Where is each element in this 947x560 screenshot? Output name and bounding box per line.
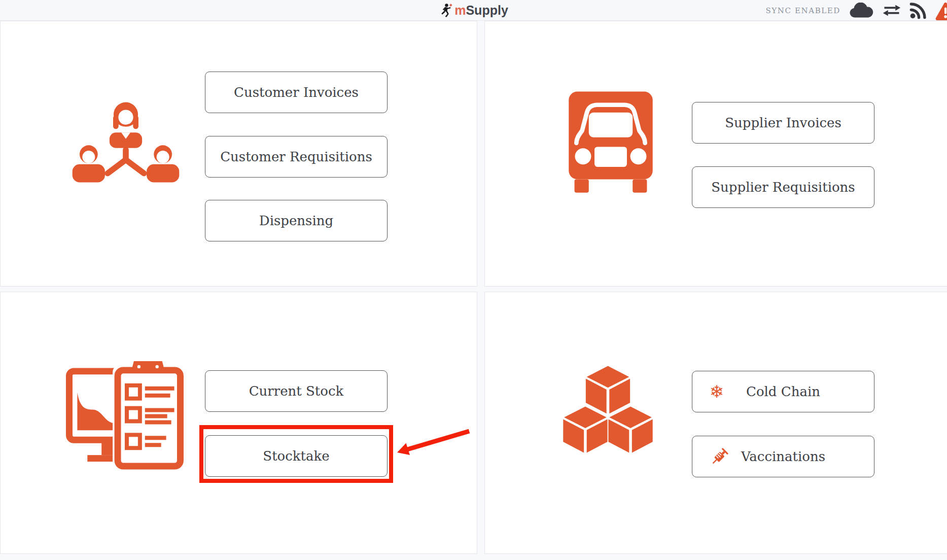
sync-status-label: SYNC ENABLED (765, 6, 840, 15)
button-label: Current Stock (249, 383, 344, 399)
msupply-home-screen: mSupply SYNC ENABLED (0, 0, 947, 560)
button-label: Cold Chain (746, 384, 820, 399)
annotation-arrow (392, 427, 473, 457)
button-label: Customer Invoices (234, 85, 359, 100)
syringe-icon (710, 446, 730, 467)
current-stock-button[interactable]: Current Stock (205, 370, 388, 412)
panel-cold-chain: ❄ Cold Chain Vaccinations (484, 292, 947, 554)
top-bar: mSupply SYNC ENABLED (0, 0, 947, 21)
cold-chain-button[interactable]: ❄ Cold Chain (692, 371, 874, 412)
button-label: Dispensing (259, 213, 333, 228)
supplier-invoices-button[interactable]: Supplier Invoices (692, 102, 874, 144)
button-label: Stocktake (263, 448, 329, 464)
stacked-cubes-icon (558, 362, 657, 456)
button-label: Supplier Requisitions (711, 180, 855, 195)
dispensing-button[interactable]: Dispensing (205, 200, 388, 241)
delivery-truck-icon (563, 87, 658, 198)
brand-supply: Supply (466, 3, 508, 17)
button-label: Vaccinations (741, 449, 825, 464)
monitor-clipboard-icon (62, 359, 185, 473)
button-label: Supplier Invoices (725, 115, 841, 130)
wifi-rss-icon[interactable] (909, 2, 927, 19)
stocktake-button[interactable]: Stocktake (205, 435, 388, 477)
panel-stock: Current Stock Stocktake (0, 292, 477, 554)
panel-customers: Customer Invoices Customer Requisitions … (0, 21, 477, 287)
msupply-logo: mSupply (439, 0, 508, 21)
customer-invoices-button[interactable]: Customer Invoices (205, 72, 388, 113)
status-area: SYNC ENABLED (765, 0, 947, 21)
running-chemist-icon (439, 3, 452, 18)
panel-suppliers: Supplier Invoices Supplier Requisitions (484, 21, 947, 287)
button-label: Customer Requisitions (220, 149, 372, 164)
supplier-requisitions-button[interactable]: Supplier Requisitions (692, 166, 874, 208)
vaccinations-button[interactable]: Vaccinations (692, 436, 874, 477)
warning-triangle-icon[interactable] (935, 1, 947, 20)
snowflake-icon: ❄ (710, 383, 724, 400)
brand-m: m (454, 3, 466, 17)
cloud-icon[interactable] (849, 3, 874, 18)
customer-group-icon (67, 96, 185, 189)
sync-arrows-icon[interactable] (882, 4, 901, 17)
customer-requisitions-button[interactable]: Customer Requisitions (205, 136, 388, 178)
brand-wordmark: mSupply (454, 4, 508, 17)
